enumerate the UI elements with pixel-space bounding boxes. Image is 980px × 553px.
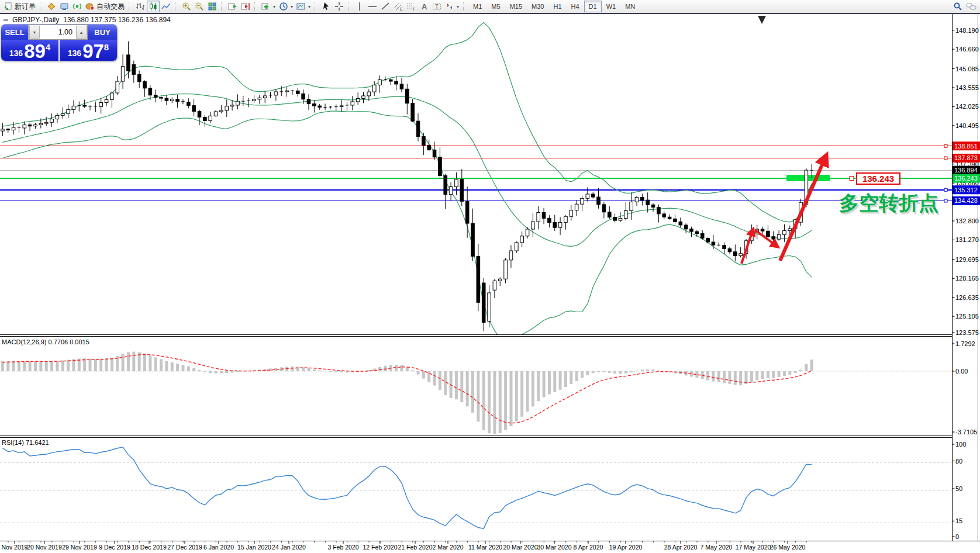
volume-value[interactable]: 1.00 bbox=[40, 25, 75, 39]
volume-field[interactable]: ▼ 1.00 ▲ bbox=[28, 25, 88, 40]
crosshair-button[interactable] bbox=[333, 1, 346, 12]
tile-windows-button[interactable] bbox=[206, 1, 219, 12]
timeframe-w1-button[interactable]: W1 bbox=[602, 1, 621, 12]
text-label-button[interactable]: T bbox=[430, 1, 443, 12]
price-box-anchor[interactable] bbox=[850, 177, 854, 181]
timeframe-m5-button[interactable]: M5 bbox=[486, 1, 505, 12]
autotrading-label: 自动交易 bbox=[96, 2, 125, 12]
support-line-134428-handle[interactable] bbox=[944, 199, 947, 202]
sell-button[interactable]: SELL bbox=[1, 25, 28, 40]
rsi-label: RSI(14) 71.6421 bbox=[2, 439, 49, 446]
horizontal-line-button[interactable] bbox=[366, 1, 379, 12]
new-chart-button[interactable] bbox=[45, 1, 58, 12]
timeframe-h1-button[interactable]: H1 bbox=[548, 1, 566, 12]
dropdown-caret-icon: ▾ bbox=[273, 4, 275, 9]
arrows-button[interactable]: ▾ bbox=[443, 1, 461, 12]
time-axis-label: 15 Jan 2020 bbox=[237, 544, 271, 551]
price-tick-label: 145.085 bbox=[955, 65, 979, 72]
volume-decrease-button[interactable]: ▼ bbox=[29, 26, 40, 39]
price-tick-label: 132.800 bbox=[955, 217, 979, 224]
time-axis-label: 26 May 2020 bbox=[770, 544, 806, 551]
channel-icon: E bbox=[394, 2, 403, 11]
time-axis-label: 12 Feb 2020 bbox=[363, 544, 398, 551]
time-axis-label: 2 Mar 2020 bbox=[432, 544, 463, 551]
chart-canvas[interactable]: 多空转折点多空转折点136.243148.190146.660145.08514… bbox=[0, 0, 980, 553]
candlestick-chart-icon bbox=[149, 2, 158, 11]
resistance-line-137873-handle[interactable] bbox=[944, 157, 947, 160]
new-order-icon bbox=[4, 2, 13, 11]
terminal-button[interactable] bbox=[58, 1, 71, 12]
fibonacci-icon: F bbox=[406, 2, 416, 11]
chart-symbol-title: GBPJPY-,Daily bbox=[12, 16, 59, 24]
volume-increase-button[interactable]: ▲ bbox=[76, 26, 87, 39]
line-chart-button[interactable] bbox=[160, 1, 172, 12]
time-axis-label: 24 Jan 2020 bbox=[272, 544, 306, 551]
price-box-label: 136.243 bbox=[862, 174, 894, 184]
chart-shift-marker-icon[interactable] bbox=[758, 16, 766, 24]
vertical-line-button[interactable] bbox=[353, 1, 366, 12]
window-edge bbox=[0, 13, 980, 14]
sell-price-display[interactable]: 136 89 4 bbox=[1, 40, 58, 61]
time-axis-label: 20 Mar 2020 bbox=[503, 544, 538, 551]
indicators-button[interactable]: ▾ bbox=[260, 1, 277, 12]
price-tick-label: 123.575 bbox=[955, 329, 979, 336]
rsi-scale-label: 80 bbox=[955, 458, 962, 465]
chart-shift-button[interactable] bbox=[239, 1, 252, 12]
bar-chart-icon bbox=[136, 2, 145, 11]
text-button[interactable]: A bbox=[417, 1, 430, 12]
signals-button[interactable] bbox=[71, 1, 84, 12]
toolbar-separator bbox=[40, 2, 43, 11]
auto-scroll-button[interactable] bbox=[226, 1, 239, 12]
cursor-icon bbox=[322, 2, 331, 11]
new-order-button[interactable]: 新订单 bbox=[2, 1, 37, 12]
add-indicator-icon bbox=[261, 2, 271, 11]
time-axis-label: 30 Mar 2020 bbox=[537, 544, 572, 551]
timeframe-d1-button[interactable]: D1 bbox=[584, 1, 602, 12]
time-axis-label: 6 Jan 2020 bbox=[203, 544, 234, 551]
axes-layer: 148.190146.660145.085143.555142.025140.4… bbox=[0, 14, 980, 551]
autotrading-icon bbox=[85, 2, 95, 11]
svg-text:E: E bbox=[400, 7, 403, 11]
timeframe-mn-button[interactable]: MN bbox=[620, 1, 640, 12]
time-axis-label: 8 Apr 2020 bbox=[574, 544, 603, 551]
resistance-line-138851-handle[interactable] bbox=[944, 144, 947, 147]
dropdown-caret-icon: ▾ bbox=[291, 4, 293, 9]
vertical-line-icon bbox=[355, 2, 364, 11]
signal-icon bbox=[73, 2, 82, 11]
timeframe-m15-button[interactable]: M15 bbox=[505, 1, 527, 12]
price-tick-label: 142.025 bbox=[955, 103, 979, 110]
buy-button[interactable]: BUY bbox=[88, 25, 117, 40]
trendline-button[interactable] bbox=[379, 1, 392, 12]
templates-button[interactable]: ▾ bbox=[295, 1, 312, 12]
timeframe-h4-button[interactable]: H4 bbox=[567, 1, 584, 12]
timeframe-m1-button[interactable]: M1 bbox=[468, 1, 486, 12]
macd-scale-label: 0.00 bbox=[955, 368, 968, 375]
zoom-in-button[interactable] bbox=[180, 1, 193, 12]
chat-button[interactable] bbox=[964, 1, 978, 12]
price-level-label: 134.428 bbox=[954, 197, 978, 204]
zoom-out-button[interactable] bbox=[193, 1, 206, 12]
time-axis-label: 9 Dec 2019 bbox=[99, 544, 130, 551]
price-tick-label: 129.695 bbox=[955, 256, 979, 263]
periods-button[interactable]: ▾ bbox=[277, 1, 295, 12]
arrows-icon bbox=[445, 2, 454, 11]
buy-price-display[interactable]: 136 97 8 bbox=[60, 40, 117, 61]
fibonacci-button[interactable]: F bbox=[405, 1, 417, 12]
timeframe-m30-button[interactable]: M30 bbox=[527, 1, 548, 12]
chevron-up-icon: ▲ bbox=[80, 30, 84, 34]
trend-arrow-1[interactable] bbox=[741, 229, 753, 264]
bar-chart-button[interactable] bbox=[134, 1, 147, 12]
search-button[interactable] bbox=[951, 1, 964, 12]
search-icon bbox=[953, 2, 962, 11]
cursor-button[interactable] bbox=[320, 1, 333, 12]
macd-scale-label: 1.7292 bbox=[955, 340, 975, 347]
autotrading-button[interactable]: 自动交易 bbox=[84, 1, 126, 12]
price-tick-label: 126.635 bbox=[955, 294, 979, 301]
sell-price-handle: 136 bbox=[9, 49, 23, 58]
time-axis-label: 27 Dec 2019 bbox=[167, 544, 202, 551]
trend-arrow-3[interactable] bbox=[780, 155, 826, 261]
candlestick-chart-button[interactable] bbox=[147, 1, 160, 12]
equidistant-channel-button[interactable]: E bbox=[392, 1, 405, 12]
turning-point-text[interactable]: 多空转折点 bbox=[839, 192, 938, 214]
support-line-135312-handle[interactable] bbox=[944, 188, 947, 191]
